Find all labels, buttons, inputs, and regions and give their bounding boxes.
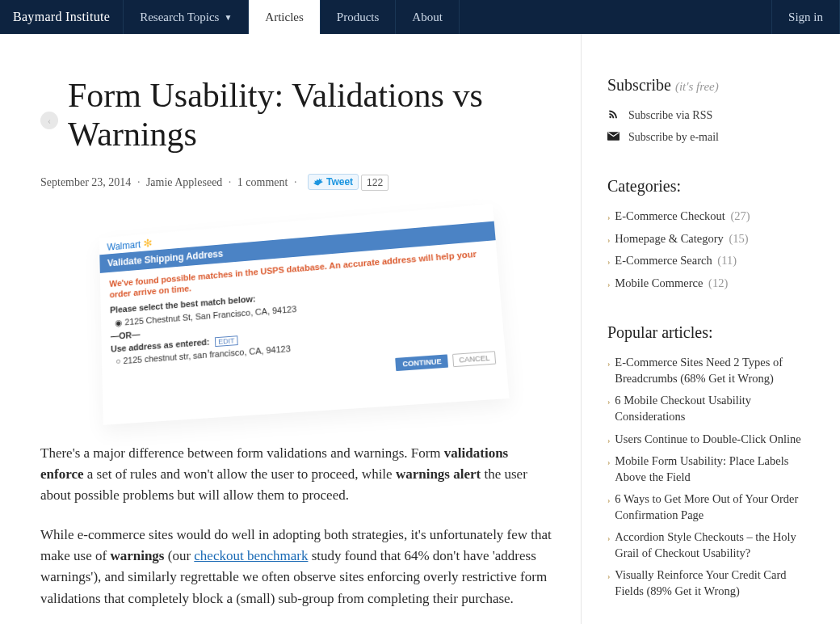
bullet-icon: ›: [607, 234, 610, 246]
nav-research-label: Research Topics: [140, 11, 219, 24]
meta-separator: ·: [294, 176, 297, 188]
subscribe-rss[interactable]: Subscribe via RSS: [607, 104, 814, 127]
walmart-spark-icon: ✻: [142, 236, 152, 249]
categories-title: Categories:: [607, 177, 814, 196]
article-date: September 23, 2014: [40, 176, 131, 188]
popular-section: Popular articles: ›E-Commerce Sites Need…: [607, 323, 814, 602]
article-comments[interactable]: 1 comment: [237, 176, 288, 188]
article-figure: Walmart ✻ Validate Shipping Address We'v…: [99, 204, 509, 425]
header: Baymard Institute Research Topics ▼ Arti…: [0, 0, 840, 34]
popular-list: ›E-Commerce Sites Need 2 Types of Breadc…: [607, 352, 814, 602]
nav-signin[interactable]: Sign in: [771, 0, 840, 34]
categories-section: Categories: ›E-Commerce Checkout (27) ›H…: [607, 177, 814, 294]
bullet-icon: ›: [607, 358, 610, 369]
subscribe-email[interactable]: Subscribe by e-mail: [607, 127, 814, 148]
page-title: Form Usability: Validations vs Warnings: [68, 76, 552, 154]
back-button[interactable]: ‹: [40, 112, 58, 129]
meta-separator: ·: [229, 176, 232, 188]
logo[interactable]: Baymard Institute: [0, 0, 123, 34]
subscribe-rss-label: Subscribe via RSS: [628, 109, 712, 122]
popular-item[interactable]: ›E-Commerce Sites Need 2 Types of Breadc…: [607, 352, 814, 390]
bullet-icon: ›: [607, 495, 610, 506]
continue-button[interactable]: CONTINUE: [395, 354, 448, 371]
sidebar: Subscribe (it's free) Subscribe via RSS …: [582, 34, 840, 624]
bullet-icon: ›: [607, 256, 610, 268]
popular-item[interactable]: ›Accordion Style Checkouts – the Holy Gr…: [607, 526, 814, 564]
popular-item[interactable]: ›6 Mobile Checkout Usability Considerati…: [607, 390, 814, 428]
subscribe-title: Subscribe (it's free): [607, 76, 814, 95]
mail-icon: [607, 131, 620, 144]
tweet-count: 122: [361, 175, 388, 191]
primary-nav: Research Topics ▼ Articles Products Abou…: [123, 0, 771, 34]
nav-research[interactable]: Research Topics ▼: [124, 0, 249, 34]
article-author[interactable]: Jamie Appleseed: [146, 176, 222, 188]
popular-item[interactable]: ›Visually Reinforce Your Credit Card Fie…: [607, 564, 814, 602]
twitter-icon: [313, 178, 323, 186]
article-body: There's a major difference between form …: [40, 443, 552, 609]
rss-icon: [607, 108, 620, 123]
chevron-down-icon: ▼: [224, 13, 232, 22]
tweet-label: Tweet: [326, 176, 353, 188]
categories-list: ›E-Commerce Checkout (27) ›Homepage & Ca…: [607, 205, 814, 294]
bullet-icon: ›: [607, 435, 610, 446]
popular-title: Popular articles:: [607, 323, 814, 342]
bullet-icon: ›: [607, 571, 610, 582]
main-content: ‹ Form Usability: Validations vs Warning…: [0, 34, 582, 624]
popular-item[interactable]: ›6 Ways to Get More Out of Your Order Co…: [607, 488, 814, 526]
popular-item[interactable]: ›Users Continue to Double-Click Online: [607, 428, 814, 451]
tweet-button[interactable]: Tweet: [308, 174, 359, 190]
bullet-icon: ›: [607, 533, 610, 544]
subscribe-section: Subscribe (it's free) Subscribe via RSS …: [607, 76, 814, 148]
category-item[interactable]: ›Mobile Commerce (12): [607, 272, 814, 295]
category-item[interactable]: ›E-Commerce Search (11): [607, 250, 814, 272]
subscribe-email-label: Subscribe by e-mail: [628, 131, 719, 144]
nav-about[interactable]: About: [396, 0, 460, 34]
benchmark-link[interactable]: checkout benchmark: [194, 548, 308, 563]
paragraph-1: There's a major difference between form …: [40, 443, 552, 507]
meta-separator: ·: [137, 176, 141, 188]
edit-button[interactable]: EDIT: [215, 335, 237, 346]
paragraph-2: While e-commerce sites would do well in …: [40, 525, 552, 609]
cancel-button[interactable]: CANCEL: [452, 350, 496, 366]
category-item[interactable]: ›E-Commerce Checkout (27): [607, 205, 814, 228]
article-meta: September 23, 2014 · Jamie Appleseed · 1…: [40, 174, 552, 191]
bullet-icon: ›: [607, 279, 610, 290]
arrow-left-icon: ‹: [48, 115, 51, 127]
nav-articles[interactable]: Articles: [249, 0, 320, 34]
bullet-icon: ›: [607, 396, 610, 407]
bullet-icon: ›: [607, 212, 610, 223]
category-item[interactable]: ›Homepage & Category (15): [607, 228, 814, 251]
nav-products[interactable]: Products: [321, 0, 397, 34]
popular-item[interactable]: ›Mobile Form Usability: Place Labels Abo…: [607, 450, 814, 488]
bullet-icon: ›: [607, 457, 610, 468]
